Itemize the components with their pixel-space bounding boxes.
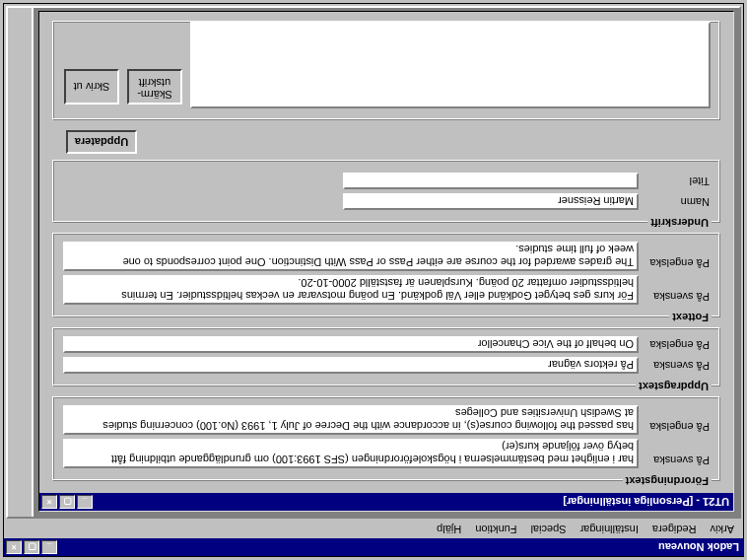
main-window: Ladok Nouveau _ ▢ × Arkiv Redigera Instä… [3, 3, 744, 557]
legend-uppdragstext: Uppdragstext [636, 381, 712, 392]
input-forordning-svenska[interactable]: har i enlighet med bestämmelserna i högs… [63, 439, 639, 468]
label-forordning-engelska: På engelska [645, 421, 710, 435]
menu-hjalp[interactable]: Hjälp [430, 522, 468, 537]
skarmutskrift-line2: utskrift [133, 77, 176, 89]
legend-forordningstext: Förordningstext [623, 475, 712, 487]
app-title: Ladok Nouveau [57, 541, 741, 553]
skarmutskrift-button[interactable]: Skärm- utskrift [127, 69, 182, 105]
child-close-button[interactable]: × [41, 495, 57, 509]
child-title: UT21 - [Personliga inställningar] [93, 496, 731, 508]
minimize-button[interactable]: _ [41, 540, 57, 554]
label-namn: Namn [645, 196, 710, 210]
output-preview [190, 22, 711, 108]
label-uppdrag-engelska: På engelska [645, 339, 710, 353]
legend-underskrift: Underskrift [647, 217, 712, 229]
group-uppdragstext: Uppdragstext På svenska På rektors vägna… [52, 327, 720, 386]
skarmutskrift-line1: Skärm- [133, 89, 176, 101]
child-content: Förordningstext På svenska har i enlighe… [42, 15, 730, 491]
input-uppdrag-svenska[interactable]: På rektors vägnar [63, 357, 639, 374]
label-uppdrag-svenska: På svenska [645, 360, 710, 374]
label-fottext-svenska: På svenska [645, 291, 710, 305]
menubar: Arkiv Redigera Inställningar Special Fun… [4, 521, 743, 538]
child-window: UT21 - [Personliga inställningar] _ ▢ × … [38, 11, 734, 512]
input-uppdrag-engelska[interactable]: On behalf of the Vice Chancellor [63, 336, 639, 353]
child-minimize-button[interactable]: _ [77, 495, 93, 509]
menu-installningar[interactable]: Inställningar [574, 522, 645, 537]
mdi-client-area: UT21 - [Personliga inställningar] _ ▢ × … [6, 6, 741, 519]
titlebar: Ladok Nouveau _ ▢ × [4, 538, 743, 556]
close-button[interactable]: × [6, 540, 22, 554]
skrivut-button[interactable]: Skriv ut [64, 69, 119, 105]
maximize-button[interactable]: ▢ [24, 540, 39, 554]
label-forordning-svenska: På svenska [645, 455, 710, 468]
menu-redigera[interactable]: Redigera [645, 522, 704, 537]
label-titel: Titel [645, 175, 710, 189]
input-fottext-svenska[interactable]: För kurs ges betyget Godkänd eller Väl g… [63, 275, 639, 305]
group-underskrift: Underskrift Namn Martin Reissner Titel [52, 160, 720, 223]
uppdatera-button[interactable]: Uppdatera [66, 130, 137, 154]
group-forordningstext: Förordningstext På svenska har i enlighe… [52, 396, 720, 481]
input-namn[interactable]: Martin Reissner [343, 193, 639, 210]
label-fottext-engelska: På engelska [645, 257, 710, 271]
child-titlebar: UT21 - [Personliga inställningar] _ ▢ × [39, 493, 733, 511]
legend-fottext: Fottext [669, 312, 712, 323]
input-forordning-engelska[interactable]: has passed the following course(s), in a… [63, 405, 639, 435]
sidebar-stub [8, 8, 34, 517]
input-fottext-engelska[interactable]: The grades awarded for the course are ei… [63, 242, 639, 271]
group-fottext: Fottext På svenska För kurs ges betyget … [52, 233, 720, 317]
menu-funktion[interactable]: Funktion [468, 522, 523, 537]
menu-special[interactable]: Special [524, 522, 574, 537]
menu-arkiv[interactable]: Arkiv [704, 522, 741, 537]
input-titel[interactable] [343, 173, 639, 189]
child-maximize-button[interactable]: ▢ [59, 495, 75, 509]
